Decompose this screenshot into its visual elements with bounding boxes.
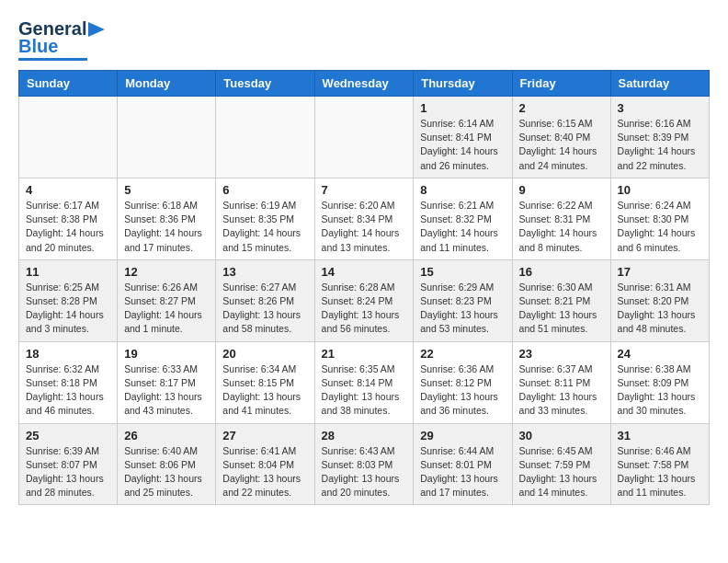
calendar-day-cell (216, 97, 314, 178)
calendar-day-cell (19, 97, 118, 178)
calendar-day-cell: 22Sunrise: 6:36 AMSunset: 8:12 PMDayligh… (414, 341, 512, 423)
calendar-day-cell: 13Sunrise: 6:27 AMSunset: 8:26 PMDayligh… (216, 259, 314, 341)
calendar-day-cell: 9Sunrise: 6:22 AMSunset: 8:31 PMDaylight… (512, 178, 610, 259)
day-header-thursday: Thursday (414, 71, 512, 97)
day-number: 6 (222, 183, 307, 197)
day-info: Sunrise: 6:25 AMSunset: 8:28 PMDaylight:… (26, 281, 110, 337)
day-number: 1 (420, 101, 505, 115)
day-number: 24 (618, 347, 702, 361)
calendar-day-cell: 6Sunrise: 6:19 AMSunset: 8:35 PMDaylight… (216, 178, 314, 259)
calendar-day-cell: 23Sunrise: 6:37 AMSunset: 8:11 PMDayligh… (512, 341, 610, 423)
day-header-saturday: Saturday (610, 71, 709, 97)
day-number: 4 (26, 183, 110, 197)
calendar-day-cell: 18Sunrise: 6:32 AMSunset: 8:18 PMDayligh… (19, 341, 118, 423)
day-number: 3 (618, 101, 702, 115)
day-number: 26 (124, 429, 209, 442)
day-header-tuesday: Tuesday (216, 71, 314, 97)
day-number: 23 (519, 347, 604, 361)
calendar-day-cell: 24Sunrise: 6:38 AMSunset: 8:09 PMDayligh… (610, 341, 709, 423)
day-number: 25 (26, 429, 110, 442)
calendar-day-cell: 14Sunrise: 6:28 AMSunset: 8:24 PMDayligh… (314, 259, 414, 341)
day-number: 7 (322, 183, 407, 197)
day-info: Sunrise: 6:35 AMSunset: 8:14 PMDaylight:… (322, 362, 407, 419)
day-number: 9 (519, 183, 604, 197)
day-info: Sunrise: 6:38 AMSunset: 8:09 PMDaylight:… (618, 362, 702, 419)
day-info: Sunrise: 6:30 AMSunset: 8:21 PMDaylight:… (519, 281, 604, 337)
calendar-day-cell: 17Sunrise: 6:31 AMSunset: 8:20 PMDayligh… (610, 259, 709, 341)
page-header: General Blue (18, 18, 710, 61)
calendar-week-row: 1Sunrise: 6:14 AMSunset: 8:41 PMDaylight… (19, 97, 710, 178)
day-number: 19 (124, 347, 209, 361)
day-number: 18 (26, 347, 110, 361)
day-number: 15 (420, 265, 505, 279)
calendar-day-cell: 28Sunrise: 6:43 AMSunset: 8:03 PMDayligh… (314, 423, 414, 505)
day-info: Sunrise: 6:37 AMSunset: 8:11 PMDaylight:… (519, 362, 604, 419)
calendar-day-cell: 21Sunrise: 6:35 AMSunset: 8:14 PMDayligh… (314, 341, 414, 423)
calendar-day-cell: 2Sunrise: 6:15 AMSunset: 8:40 PMDaylight… (512, 97, 610, 178)
day-info: Sunrise: 6:44 AMSunset: 8:01 PMDaylight:… (420, 444, 505, 500)
day-info: Sunrise: 6:19 AMSunset: 8:35 PMDaylight:… (222, 199, 307, 255)
calendar-day-cell: 8Sunrise: 6:21 AMSunset: 8:32 PMDaylight… (414, 178, 512, 259)
day-info: Sunrise: 6:22 AMSunset: 8:31 PMDaylight:… (519, 199, 604, 255)
day-info: Sunrise: 6:36 AMSunset: 8:12 PMDaylight:… (420, 362, 505, 419)
calendar-week-row: 11Sunrise: 6:25 AMSunset: 8:28 PMDayligh… (19, 259, 710, 341)
calendar-day-cell: 7Sunrise: 6:20 AMSunset: 8:34 PMDaylight… (314, 178, 414, 259)
day-number: 16 (519, 265, 604, 279)
day-info: Sunrise: 6:28 AMSunset: 8:24 PMDaylight:… (322, 281, 407, 337)
day-info: Sunrise: 6:32 AMSunset: 8:18 PMDaylight:… (26, 362, 110, 419)
day-info: Sunrise: 6:20 AMSunset: 8:34 PMDaylight:… (322, 199, 407, 255)
day-info: Sunrise: 6:24 AMSunset: 8:30 PMDaylight:… (618, 199, 702, 255)
day-number: 5 (124, 183, 209, 197)
calendar-table: SundayMondayTuesdayWednesdayThursdayFrid… (18, 70, 710, 505)
calendar-day-cell: 10Sunrise: 6:24 AMSunset: 8:30 PMDayligh… (610, 178, 709, 259)
day-number: 17 (618, 265, 702, 279)
day-number: 14 (322, 265, 407, 279)
day-number: 22 (420, 347, 505, 361)
calendar-day-cell: 15Sunrise: 6:29 AMSunset: 8:23 PMDayligh… (414, 259, 512, 341)
day-info: Sunrise: 6:21 AMSunset: 8:32 PMDaylight:… (420, 199, 505, 255)
day-number: 8 (420, 183, 505, 197)
day-number: 11 (26, 265, 110, 279)
day-number: 28 (322, 429, 407, 442)
day-info: Sunrise: 6:16 AMSunset: 8:39 PMDaylight:… (618, 117, 702, 173)
day-info: Sunrise: 6:34 AMSunset: 8:15 PMDaylight:… (222, 362, 307, 419)
calendar-day-cell: 19Sunrise: 6:33 AMSunset: 8:17 PMDayligh… (118, 341, 216, 423)
day-header-friday: Friday (512, 71, 610, 97)
day-info: Sunrise: 6:43 AMSunset: 8:03 PMDaylight:… (322, 444, 407, 500)
day-header-monday: Monday (118, 71, 216, 97)
calendar-week-row: 4Sunrise: 6:17 AMSunset: 8:38 PMDaylight… (19, 178, 710, 259)
calendar-day-cell: 26Sunrise: 6:40 AMSunset: 8:06 PMDayligh… (118, 423, 216, 505)
day-info: Sunrise: 6:41 AMSunset: 8:04 PMDaylight:… (222, 444, 307, 500)
calendar-day-cell: 16Sunrise: 6:30 AMSunset: 8:21 PMDayligh… (512, 259, 610, 341)
day-info: Sunrise: 6:46 AMSunset: 7:58 PMDaylight:… (618, 444, 702, 500)
logo-blue: Blue (18, 36, 58, 57)
day-number: 31 (618, 429, 702, 442)
logo-arrow-icon (88, 22, 105, 37)
calendar-day-cell: 30Sunrise: 6:45 AMSunset: 7:59 PMDayligh… (512, 423, 610, 505)
day-number: 30 (519, 429, 604, 442)
calendar-day-cell: 11Sunrise: 6:25 AMSunset: 8:28 PMDayligh… (19, 259, 118, 341)
calendar-day-cell: 4Sunrise: 6:17 AMSunset: 8:38 PMDaylight… (19, 178, 118, 259)
day-number: 20 (222, 347, 307, 361)
day-info: Sunrise: 6:40 AMSunset: 8:06 PMDaylight:… (124, 444, 209, 500)
calendar-day-cell (118, 97, 216, 178)
day-number: 21 (322, 347, 407, 361)
calendar-day-cell: 5Sunrise: 6:18 AMSunset: 8:36 PMDaylight… (118, 178, 216, 259)
calendar-day-cell: 29Sunrise: 6:44 AMSunset: 8:01 PMDayligh… (414, 423, 512, 505)
calendar-day-cell: 25Sunrise: 6:39 AMSunset: 8:07 PMDayligh… (19, 423, 118, 505)
day-info: Sunrise: 6:15 AMSunset: 8:40 PMDaylight:… (519, 117, 604, 173)
calendar-day-cell: 3Sunrise: 6:16 AMSunset: 8:39 PMDaylight… (610, 97, 709, 178)
day-number: 27 (222, 429, 307, 442)
day-number: 2 (519, 101, 604, 115)
calendar-day-cell: 12Sunrise: 6:26 AMSunset: 8:27 PMDayligh… (118, 259, 216, 341)
calendar-header-row: SundayMondayTuesdayWednesdayThursdayFrid… (19, 71, 710, 97)
calendar-day-cell: 20Sunrise: 6:34 AMSunset: 8:15 PMDayligh… (216, 341, 314, 423)
logo-underline (18, 58, 87, 61)
day-number: 10 (618, 183, 702, 197)
calendar-week-row: 18Sunrise: 6:32 AMSunset: 8:18 PMDayligh… (19, 341, 710, 423)
day-info: Sunrise: 6:29 AMSunset: 8:23 PMDaylight:… (420, 281, 505, 337)
day-info: Sunrise: 6:14 AMSunset: 8:41 PMDaylight:… (420, 117, 505, 173)
day-header-sunday: Sunday (19, 71, 118, 97)
day-info: Sunrise: 6:18 AMSunset: 8:36 PMDaylight:… (124, 199, 209, 255)
calendar-day-cell: 27Sunrise: 6:41 AMSunset: 8:04 PMDayligh… (216, 423, 314, 505)
